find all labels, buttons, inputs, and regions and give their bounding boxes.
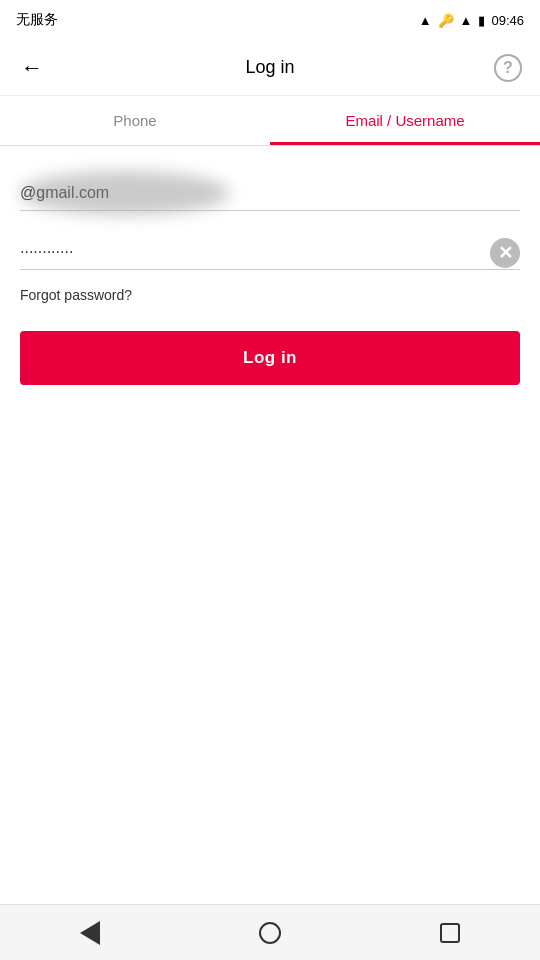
back-button[interactable]: ←	[12, 48, 52, 88]
login-button[interactable]: Log in	[20, 331, 520, 385]
nav-home-button[interactable]	[240, 913, 300, 953]
nav-back-button[interactable]	[60, 913, 120, 953]
tab-phone[interactable]: Phone	[0, 96, 270, 145]
password-input[interactable]	[20, 235, 520, 270]
email-input[interactable]	[20, 176, 520, 211]
status-icons: ▲ 🔑 ▲ ▮ 09:46	[419, 13, 524, 28]
forgot-password-link[interactable]: Forgot password?	[20, 287, 132, 303]
page-title: Log in	[52, 57, 488, 78]
battery-icon: ▮	[478, 13, 485, 28]
tab-email-username[interactable]: Email / Username	[270, 96, 540, 145]
time-display: 09:46	[491, 13, 524, 28]
email-input-wrapper	[20, 176, 520, 211]
help-icon: ?	[494, 54, 522, 82]
clear-password-button[interactable]: ✕	[490, 238, 520, 268]
tab-bar: Phone Email / Username	[0, 96, 540, 146]
login-form: ✕ Forgot password? Log in	[0, 146, 540, 405]
back-arrow-icon: ←	[21, 55, 43, 81]
password-wrapper: ✕	[20, 235, 520, 270]
wifi-icon: ▲	[460, 13, 473, 28]
bottom-navigation	[0, 904, 540, 960]
key-icon: 🔑	[438, 13, 454, 28]
nav-back-icon	[80, 921, 100, 945]
nav-square-icon	[440, 923, 460, 943]
clear-icon: ✕	[498, 244, 513, 262]
carrier-text: 无服务	[16, 11, 58, 29]
nav-home-icon	[259, 922, 281, 944]
help-button[interactable]: ?	[488, 48, 528, 88]
app-bar: ← Log in ?	[0, 40, 540, 96]
status-bar: 无服务 ▲ 🔑 ▲ ▮ 09:46	[0, 0, 540, 40]
nav-recents-button[interactable]	[420, 913, 480, 953]
signal-icon: ▲	[419, 13, 432, 28]
